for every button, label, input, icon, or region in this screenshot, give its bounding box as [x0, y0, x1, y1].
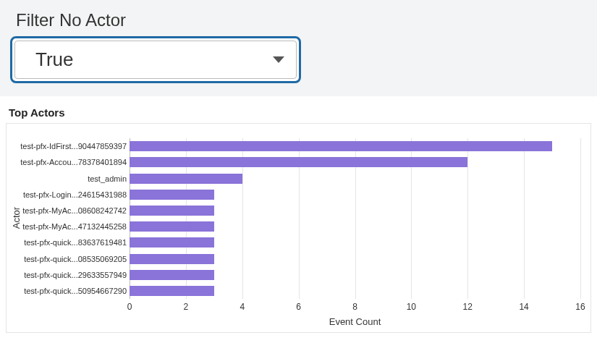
- plot-area: [130, 138, 580, 299]
- y-tick-label: test-pfx-quick...08535069205: [7, 254, 127, 264]
- x-tick-label: 6: [296, 302, 301, 312]
- x-tick-label: 16: [575, 302, 585, 312]
- chevron-down-icon: [273, 56, 284, 63]
- y-tick-label: test-pfx-quick...50954667290: [7, 286, 127, 296]
- y-tick-label: test-pfx-MyAc...08608242742: [7, 206, 127, 216]
- grid-line: [467, 138, 468, 299]
- x-axis-labels: 0246810121416: [130, 302, 580, 313]
- y-tick-label: test-pfx-Accou...78378401894: [7, 157, 127, 167]
- bar: [130, 221, 214, 232]
- filter-panel: Filter No Actor True: [0, 0, 597, 96]
- y-tick-label: test_admin: [7, 174, 127, 184]
- x-tick-label: 14: [519, 302, 528, 312]
- chart-card: Actor test-pfx-IdFirst...90447859397test…: [6, 123, 591, 333]
- bar: [130, 270, 214, 280]
- grid-line: [580, 138, 581, 299]
- y-tick-label: test-pfx-IdFirst...90447859397: [7, 141, 127, 151]
- y-tick-label: test-pfx-Login...24615431988: [7, 190, 127, 200]
- bar: [130, 174, 242, 184]
- x-tick-label: 4: [240, 302, 245, 312]
- chart-title: Top Actors: [9, 106, 591, 119]
- bar: [130, 157, 467, 167]
- y-tick-label: test-pfx-quick...83637619481: [7, 237, 127, 247]
- filter-select[interactable]: True: [14, 41, 297, 79]
- bar: [130, 141, 552, 151]
- x-tick-label: 0: [127, 302, 132, 312]
- y-axis-labels: test-pfx-IdFirst...90447859397test-pfx-A…: [7, 138, 127, 299]
- filter-select-value: True: [35, 48, 74, 71]
- x-tick-label: 10: [407, 302, 416, 312]
- filter-select-focus-ring: True: [10, 36, 301, 83]
- grid-line: [524, 138, 525, 299]
- x-tick-label: 2: [184, 302, 189, 312]
- bar: [130, 254, 214, 264]
- y-tick-label: test-pfx-MyAc...47132445258: [7, 221, 127, 232]
- bar: [130, 190, 214, 200]
- x-tick-label: 8: [352, 302, 357, 312]
- y-tick-label: test-pfx-quick...29633557949: [7, 270, 127, 280]
- bar: [130, 237, 214, 247]
- x-tick-label: 12: [463, 302, 473, 312]
- x-axis-title: Event Count: [130, 316, 580, 327]
- chart-section: Top Actors Actor test-pfx-IdFirst...9044…: [0, 96, 597, 333]
- bar: [130, 286, 214, 296]
- filter-label: Filter No Actor: [16, 10, 587, 30]
- bar: [130, 206, 214, 216]
